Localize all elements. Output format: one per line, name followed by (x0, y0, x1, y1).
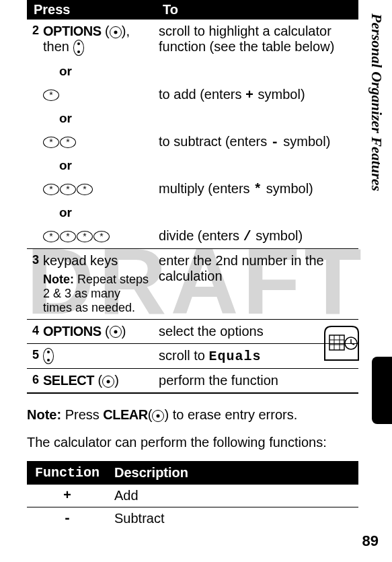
softkey-icon (110, 26, 122, 38)
to-text: select the options (156, 319, 358, 343)
step-num: 2 (27, 20, 42, 60)
header-description: Description (108, 462, 358, 485)
options-label: OPTIONS (43, 24, 102, 38)
nav-key-icon (43, 348, 54, 364)
clear-command: CLEAR (103, 407, 147, 422)
func-row-subtract: - Subtract (27, 507, 358, 530)
select-label: SELECT (43, 373, 94, 388)
star-key-icon: * (43, 231, 59, 242)
func-header: Function Description (27, 462, 358, 485)
func-symbol: - (27, 507, 108, 530)
step-num: 6 (27, 369, 42, 394)
row-2-main: 2 OPTIONS (), then scroll to highlight a… (27, 20, 358, 60)
or-label: or (43, 158, 149, 173)
note-label: Note: (43, 273, 74, 286)
star-key-icon: * (60, 137, 76, 148)
func-row-add: + Add (27, 485, 358, 507)
header-function: Function (27, 462, 108, 485)
open-paren: ( (105, 24, 110, 38)
row-5: 5 scroll to Equals (27, 343, 358, 369)
star-key-icon: * (43, 90, 59, 101)
softkey-icon (102, 376, 114, 388)
row-2-subtract: ** to subtract (enters - symbol) (27, 130, 358, 154)
to-text: enter the 2nd number in the calculation (156, 248, 358, 319)
header-press: Press (27, 0, 156, 20)
softkey-icon (152, 410, 164, 422)
or-label: or (43, 111, 149, 126)
row-2-add: * to add (enters + symbol) (27, 83, 358, 107)
row-6: 6 SELECT () perform the function (27, 369, 358, 394)
star-key-icon: * (43, 137, 59, 148)
star-key-icon: * (93, 231, 110, 242)
nav-key-icon (73, 40, 84, 56)
star-key-icon: * (60, 231, 76, 242)
softkey-icon (110, 326, 122, 338)
func-symbol: + (27, 485, 108, 507)
header-to: To (156, 0, 358, 20)
row-4: 4 OPTIONS () select the options (27, 319, 358, 343)
page-number: 89 (362, 532, 379, 550)
to-text: perform the function (156, 369, 358, 394)
functions-table: Function Description + Add - Subtract (27, 461, 358, 530)
step-num: 5 (27, 343, 42, 369)
func-desc: Add (108, 485, 358, 507)
star-key-icon: * (77, 184, 93, 195)
press-text: keypad keys (43, 253, 149, 269)
step-num: 3 (27, 248, 42, 319)
note-label: Note: (27, 407, 61, 422)
star-key-icon: * (77, 231, 93, 242)
step-num: 4 (27, 319, 42, 343)
row-2-multiply: *** multiply (enters * symbol) (27, 177, 358, 201)
row-2-divide: **** divide (enters / symbol) (27, 224, 358, 249)
to-text: scroll to highlight a calculator functio… (156, 20, 358, 60)
table-header: Press To (27, 0, 358, 20)
row-3: 3 keypad keys Note: Repeat steps 2 & 3 a… (27, 248, 358, 319)
calc-intro: The calculator can perform the following… (27, 433, 358, 452)
or-label: or (43, 64, 149, 79)
options-label: OPTIONS (43, 324, 102, 339)
instructions-table: Press To 2 OPTIONS (), then scroll to hi… (27, 0, 358, 394)
func-desc: Subtract (108, 507, 358, 530)
star-key-icon: * (60, 184, 76, 195)
note-paragraph: Note: Press CLEAR() to erase entry error… (27, 406, 358, 424)
star-key-icon: * (43, 184, 59, 195)
or-label: or (43, 205, 149, 220)
